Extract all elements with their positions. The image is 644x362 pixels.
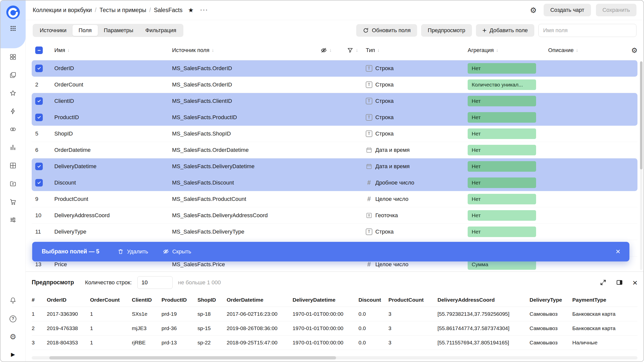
field-filter-cell[interactable]	[339, 142, 366, 158]
field-row-orderid[interactable]: OrderIDMS_SalesFacts.OrderIDTСтрокаНет	[32, 60, 637, 77]
preview-column-header[interactable]: OrderDatetime	[227, 297, 293, 303]
field-row-discount[interactable]: DiscountMS_SalesFacts.Discount#Дробное ч…	[32, 175, 637, 191]
field-type[interactable]: Дата и время	[366, 158, 468, 174]
field-hidden-cell[interactable]	[313, 60, 339, 76]
field-hidden-cell[interactable]	[313, 126, 339, 142]
vertical-scrollbar[interactable]	[640, 61, 642, 270]
header-name[interactable]: Имя↓	[51, 41, 172, 60]
delete-selected-button[interactable]: Удалить	[117, 248, 148, 255]
aggregation-select[interactable]: Нет	[468, 227, 536, 237]
field-row-ordercount[interactable]: 2OrderCountMS_SalesFacts.OrderIDTСтрокаК…	[32, 77, 637, 93]
preview-column-header[interactable]: ProductID	[162, 297, 197, 303]
sidebar-item-collections[interactable]	[10, 48, 16, 66]
field-row-productid[interactable]: ProductIDMS_SalesFacts.ProductIDTСтрокаН…	[32, 109, 637, 126]
field-name-search-input[interactable]	[538, 24, 636, 37]
preview-column-header[interactable]: DeliveryAddressCoord	[437, 297, 530, 303]
sidebar-item-connections[interactable]	[10, 121, 16, 139]
preview-column-header[interactable]: DeliveryDatetime	[293, 297, 358, 303]
field-hidden-cell[interactable]	[313, 142, 339, 158]
field-description[interactable]	[548, 77, 620, 93]
field-description[interactable]	[548, 158, 620, 174]
horizontal-scrollbar[interactable]	[32, 356, 637, 359]
aggregation-select[interactable]: Нет	[468, 63, 536, 74]
field-hidden-cell[interactable]	[313, 175, 339, 191]
field-hidden-cell[interactable]	[313, 191, 339, 207]
field-description[interactable]	[548, 175, 620, 191]
field-type[interactable]: #Дробное число	[366, 175, 468, 191]
sidebar-item-notifications[interactable]	[1, 292, 25, 310]
sidebar-item-favorites[interactable]	[10, 84, 16, 103]
field-filter-cell[interactable]	[339, 60, 366, 76]
field-type[interactable]: TСтрока	[366, 224, 468, 240]
header-aggregation[interactable]: Агрегация↓	[468, 41, 548, 60]
field-filter-cell[interactable]	[339, 93, 366, 109]
field-hidden-cell[interactable]	[313, 77, 339, 93]
sidebar-item-quick-actions[interactable]	[10, 103, 16, 121]
select-all-checkbox[interactable]	[35, 47, 43, 54]
field-hidden-cell[interactable]	[313, 224, 339, 240]
preview-column-header[interactable]: DeliveryType	[530, 297, 572, 303]
aggregation-select[interactable]: Нет	[468, 210, 536, 221]
preview-column-header[interactable]: PaymentType	[572, 297, 633, 303]
sidebar-item-flows[interactable]	[10, 211, 16, 229]
aggregation-select[interactable]: Нет	[468, 161, 536, 172]
field-type[interactable]: Дата и время	[366, 142, 468, 158]
field-filter-cell[interactable]	[339, 175, 366, 191]
sidebar-item-charts[interactable]	[10, 139, 16, 157]
sidebar-item-settings[interactable]: ⚙	[1, 328, 25, 346]
tab-sources[interactable]: Источники	[34, 25, 72, 36]
field-type[interactable]: TСтрока	[366, 93, 468, 109]
field-filter-cell[interactable]	[339, 207, 366, 223]
scrollbar-thumb[interactable]	[640, 61, 642, 169]
row-checkbox[interactable]	[35, 65, 43, 72]
preview-column-header[interactable]: OrderCount	[90, 297, 132, 303]
field-row-productcount[interactable]: 9ProductCountMS_SalesFacts.ProductCount#…	[32, 191, 637, 207]
field-type[interactable]: #Целое число	[366, 191, 468, 207]
sidebar-item-storage[interactable]	[10, 175, 16, 193]
preview-column-header[interactable]: OrderID	[47, 297, 90, 303]
field-hidden-cell[interactable]	[313, 207, 339, 223]
preview-column-header[interactable]: ProductCount	[388, 297, 437, 303]
settings-gear-icon[interactable]: ⚙	[530, 6, 537, 15]
field-description[interactable]	[548, 142, 620, 158]
field-type[interactable]: TСтрока	[366, 77, 468, 93]
field-filter-cell[interactable]	[339, 191, 366, 207]
preview-column-header[interactable]: ShopID	[197, 297, 227, 303]
aggregation-select[interactable]: Нет	[468, 177, 536, 188]
header-type[interactable]: Тип↓	[366, 41, 468, 60]
fullscreen-icon[interactable]	[600, 279, 607, 286]
refresh-fields-button[interactable]: Обновить поля	[356, 24, 417, 37]
field-description[interactable]	[548, 60, 620, 76]
field-type[interactable]: Геоточка	[366, 207, 468, 223]
table-settings-gear-icon[interactable]: ⚙	[620, 41, 637, 60]
field-description[interactable]	[548, 109, 620, 125]
add-field-button[interactable]: + Добавить поле	[476, 24, 534, 37]
field-description[interactable]	[548, 207, 620, 223]
field-row-deliveryaddresscoord[interactable]: 10DeliveryAddressCoordMS_SalesFacts.Deli…	[32, 207, 637, 224]
expand-sidebar-icon[interactable]: ▶	[1, 347, 25, 361]
apps-grid-icon[interactable]	[10, 25, 16, 33]
close-selection-bar-icon[interactable]: ×	[616, 247, 629, 256]
create-chart-button[interactable]: Создать чарт	[544, 4, 591, 16]
field-type[interactable]: TСтрока	[366, 109, 468, 125]
field-description[interactable]	[548, 191, 620, 207]
preview-column-header[interactable]: Discount	[358, 297, 388, 303]
aggregation-select[interactable]: Нет	[468, 128, 536, 139]
field-description[interactable]	[548, 224, 620, 240]
preview-column-header[interactable]: ClientID	[132, 297, 162, 303]
field-row-orderdatetime[interactable]: 6OrderDatetimeMS_SalesFacts.OrderDatetim…	[32, 142, 637, 158]
header-hidden[interactable]: ↓	[313, 41, 339, 60]
save-button[interactable]: Сохранить	[596, 4, 636, 16]
preview-toggle-button[interactable]: Предпросмотр	[421, 24, 472, 37]
header-source[interactable]: Источник поля↓	[172, 41, 313, 60]
row-checkbox[interactable]	[35, 97, 43, 105]
field-row-clientid[interactable]: ClientIDMS_SalesFacts.ClientIDTСтрокаНет	[32, 93, 637, 109]
field-type[interactable]: TСтрока	[366, 126, 468, 142]
hide-selected-button[interactable]: Скрыть	[163, 248, 191, 255]
preview-column-header[interactable]: #	[32, 297, 47, 303]
field-filter-cell[interactable]	[339, 158, 366, 174]
field-filter-cell[interactable]	[339, 77, 366, 93]
aggregation-select[interactable]: Количество уникал...	[468, 79, 536, 90]
favorite-star-icon[interactable]: ★	[188, 7, 193, 14]
panel-position-icon[interactable]	[616, 279, 623, 286]
